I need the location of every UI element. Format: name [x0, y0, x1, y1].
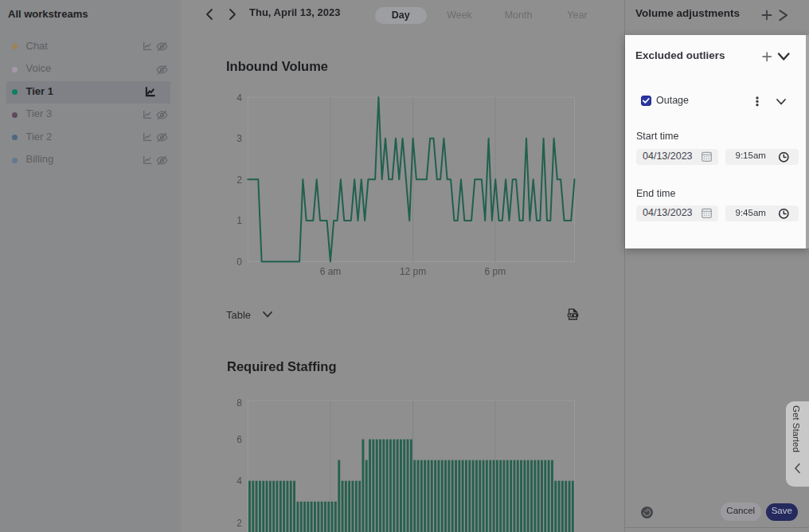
svg-text:0: 0 [236, 256, 242, 268]
svg-text:1: 1 [236, 215, 242, 226]
svg-text:6 pm: 6 pm [485, 266, 506, 277]
svg-text:2: 2 [236, 174, 242, 186]
svg-text:2: 2 [236, 518, 242, 529]
svg-text:12 pm: 12 pm [400, 266, 426, 277]
svg-text:4: 4 [236, 92, 242, 104]
svg-text:6 am: 6 am [320, 266, 342, 277]
svg-text:4: 4 [236, 475, 242, 487]
svg-text:3: 3 [236, 133, 242, 144]
svg-text:8: 8 [236, 397, 242, 409]
svg-text:6: 6 [236, 434, 242, 445]
